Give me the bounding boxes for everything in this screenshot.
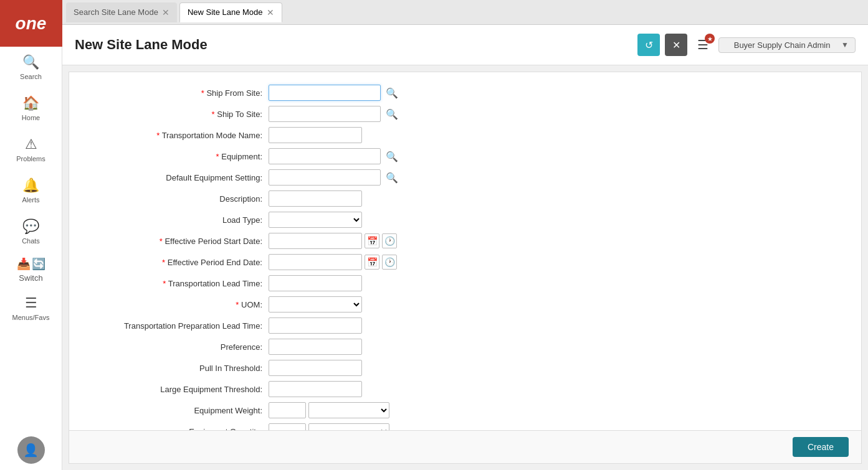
search-icon: 🔍 — [22, 54, 39, 70]
field-ship-from-site: * Ship From Site: 🔍 — [94, 85, 836, 101]
field-preference: Preference: — [94, 339, 836, 355]
transportation-mode-name-label: * Transportation Mode Name: — [94, 131, 269, 140]
field-transportation-lead-time: * Transportation Lead Time: — [94, 275, 836, 291]
transportation-lead-time-input[interactable] — [269, 275, 362, 291]
bell-icon: 🔔 — [22, 177, 39, 194]
form-container: * Ship From Site: 🔍 * Ship To Site: — [69, 72, 862, 464]
magnifier-icon: 🔍 — [386, 109, 398, 120]
tab-new[interactable]: New Site Lane Mode ✕ — [179, 2, 282, 22]
clock-icon: 🕐 — [384, 257, 395, 267]
warning-icon: ⚠ — [25, 136, 37, 153]
equipment-search-button[interactable]: 🔍 — [383, 151, 401, 162]
equipment-quantity-unit-select[interactable]: units — [308, 423, 389, 430]
effective-period-end-date-input[interactable] — [269, 254, 362, 270]
load-type-select[interactable]: LTL FTL Parcel — [269, 212, 362, 228]
home-icon: 🏠 — [22, 95, 39, 111]
magnifier-icon: 🔍 — [386, 172, 398, 183]
equipment-weight-value-input[interactable] — [269, 402, 306, 418]
pull-in-threshold-label: Pull In Threshold: — [94, 364, 269, 373]
refresh-button[interactable]: ↺ — [637, 34, 660, 56]
effective-period-start-date-input[interactable] — [269, 233, 362, 249]
field-uom: * UOM: Days Hours — [94, 296, 836, 313]
tab-label: Search Site Lane Mode — [74, 7, 158, 17]
sidebar-item-home[interactable]: 🏠 Home — [0, 88, 62, 129]
transportation-mode-name-input[interactable] — [269, 127, 362, 143]
header-actions: ↺ ✕ ☰ ★ Buyer Supply Chain Admin ▼ — [637, 34, 856, 56]
default-equipment-setting-label: Default Equipment Setting: — [94, 173, 269, 182]
tab-close-new[interactable]: ✕ — [267, 8, 274, 17]
field-effective-period-start-date: * Effective Period Start Date: 📅 🕐 — [94, 233, 836, 249]
sidebar-item-alerts[interactable]: 🔔 Alerts — [0, 170, 62, 211]
close-icon: ✕ — [672, 39, 680, 51]
equipment-input[interactable] — [269, 148, 381, 164]
magnifier-icon: 🔍 — [386, 151, 398, 162]
equipment-label: * Equipment: — [94, 152, 269, 161]
effective-period-start-date-label: * Effective Period Start Date: — [94, 237, 269, 246]
menu-icon: ☰ — [25, 295, 37, 311]
sidebar-item-label: Menus/Favs — [12, 314, 50, 321]
effective-period-end-date-label: * Effective Period End Date: — [94, 258, 269, 267]
transportation-lead-time-label: * Transportation Lead Time: — [94, 279, 269, 288]
tab-search[interactable]: Search Site Lane Mode ✕ — [66, 2, 177, 22]
ship-from-site-label: * Ship From Site: — [94, 88, 269, 98]
description-input[interactable] — [269, 190, 362, 207]
form-footer: Create — [69, 430, 861, 463]
magnifier-icon: 🔍 — [386, 88, 398, 98]
menu-button[interactable]: ☰ ★ — [692, 35, 713, 55]
field-default-equipment-setting: Default Equipment Setting: 🔍 — [94, 169, 836, 186]
default-equipment-setting-input[interactable] — [269, 169, 381, 186]
close-button[interactable]: ✕ — [665, 34, 687, 56]
page-title: New Site Lane Mode — [75, 37, 637, 53]
transportation-preparation-lead-time-input[interactable] — [269, 317, 362, 334]
field-effective-period-end-date: * Effective Period End Date: 📅 🕐 — [94, 254, 836, 270]
avatar[interactable]: 👤 — [17, 436, 45, 464]
sidebar-item-label: Problems — [16, 155, 45, 162]
field-ship-to-site: * Ship To Site: 🔍 — [94, 106, 836, 122]
description-label: Description: — [94, 194, 269, 204]
uom-select[interactable]: Days Hours — [269, 296, 362, 313]
calendar-icon: 📅 — [367, 236, 378, 246]
form-scroll: * Ship From Site: 🔍 * Ship To Site: — [69, 72, 861, 430]
ship-to-site-input[interactable] — [269, 106, 381, 122]
ship-from-site-search-button[interactable]: 🔍 — [383, 87, 401, 99]
role-selector[interactable]: Buyer Supply Chain Admin ▼ — [718, 37, 856, 53]
pull-in-threshold-input[interactable] — [269, 360, 362, 376]
start-date-time-button[interactable]: 🕐 — [382, 233, 397, 248]
clock-icon: 🕐 — [384, 236, 395, 246]
ship-from-site-input[interactable] — [269, 85, 381, 101]
sidebar-item-switch[interactable]: 📥 🔄 Switch — [0, 252, 62, 288]
refresh-icon: ↺ — [645, 39, 653, 51]
sidebar-item-chats[interactable]: 💬 Chats — [0, 211, 62, 252]
end-date-time-button[interactable]: 🕐 — [382, 255, 397, 270]
preference-input[interactable] — [269, 339, 362, 355]
field-pull-in-threshold: Pull In Threshold: — [94, 360, 836, 376]
tab-close-search[interactable]: ✕ — [162, 8, 169, 17]
default-equipment-setting-search-button[interactable]: 🔍 — [383, 172, 401, 184]
calendar-icon: 📅 — [367, 257, 378, 267]
end-date-calendar-button[interactable]: 📅 — [365, 255, 379, 270]
sidebar-item-problems[interactable]: ⚠ Problems — [0, 129, 62, 170]
tab-label: New Site Lane Mode — [188, 7, 263, 17]
equipment-weight-unit-select[interactable]: kg lbs — [308, 402, 389, 418]
sidebar-item-label: Search — [20, 73, 42, 80]
create-button[interactable]: Create — [793, 437, 849, 457]
sidebar-item-label: Switch — [19, 273, 42, 283]
transportation-preparation-lead-time-label: Transportation Preparation Lead Time: — [94, 321, 269, 331]
sidebar-item-menus[interactable]: ☰ Menus/Favs — [0, 288, 62, 329]
switch-arrows-icon: 🔄 — [32, 257, 45, 271]
app-logo[interactable]: one — [0, 0, 62, 47]
field-load-type: Load Type: LTL FTL Parcel — [94, 212, 836, 228]
star-badge: ★ — [705, 34, 715, 44]
field-description: Description: — [94, 190, 836, 207]
field-equipment-weight: Equipment Weight: kg lbs — [94, 402, 836, 418]
large-equipment-threshold-input[interactable] — [269, 381, 362, 397]
field-equipment: * Equipment: 🔍 — [94, 148, 836, 164]
avatar-icon: 👤 — [23, 443, 39, 458]
inbox-icon: 📥 — [17, 257, 31, 271]
main-content: Search Site Lane Mode ✕ New Site Lane Mo… — [62, 0, 868, 470]
start-date-calendar-button[interactable]: 📅 — [365, 233, 379, 248]
sidebar-item-search[interactable]: 🔍 Search — [0, 47, 62, 88]
ship-to-site-search-button[interactable]: 🔍 — [383, 108, 401, 120]
ship-to-site-label: * Ship To Site: — [94, 110, 269, 119]
equipment-quantity-value-input[interactable] — [269, 423, 306, 430]
